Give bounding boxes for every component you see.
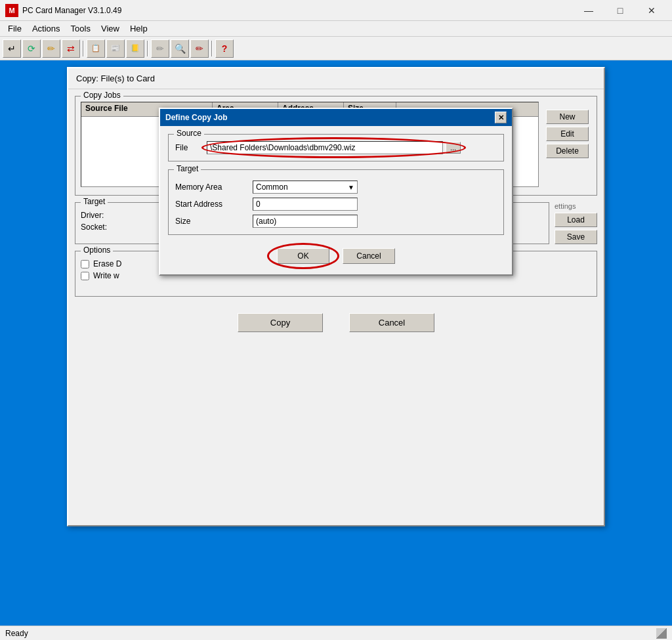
- title-bar: M PC Card Manager V3.1.0.49 — □ ✕: [0, 0, 672, 21]
- menu-help[interactable]: Help: [125, 22, 153, 35]
- define-dialog-title: Define Copy Job: [165, 113, 228, 122]
- file-label: File: [175, 143, 201, 152]
- toolbar-btn-3[interactable]: ⇄: [62, 39, 80, 58]
- toolbar-btn-6[interactable]: 📒: [126, 39, 144, 58]
- define-dialog: Define Copy Job ✕ Source File ...: [159, 108, 513, 276]
- main-window: Copy: File(s) to Card Copy Jobs Source F…: [0, 60, 672, 626]
- menu-file[interactable]: File: [3, 22, 27, 35]
- define-target-group: Target Memory Area Common ▼ Start Addres…: [168, 169, 504, 235]
- maximize-button[interactable]: □: [605, 0, 635, 21]
- dialog-buttons: OK Cancel: [168, 243, 504, 267]
- window-controls: — □ ✕: [574, 0, 667, 21]
- source-group: Source File ...: [168, 134, 504, 161]
- toolbar-btn-4[interactable]: 📋: [87, 39, 105, 58]
- app-icon: M: [5, 4, 18, 17]
- toolbar-btn-0[interactable]: ↵: [3, 39, 21, 58]
- file-row: File ...: [175, 141, 497, 154]
- memory-area-row: Memory Area Common ▼: [175, 181, 497, 194]
- toolbar-btn-help[interactable]: ?: [215, 39, 234, 58]
- ok-button-wrapper: OK: [277, 248, 329, 264]
- toolbar: ↵ ⟳ ✏ ⇄ 📋 📰 📒 ✏ 🔍 ✏ ?: [0, 37, 672, 60]
- toolbar-separator-2: [147, 41, 148, 56]
- menu-tools[interactable]: Tools: [66, 22, 96, 35]
- start-address-row: Start Address: [175, 198, 497, 211]
- toolbar-separator-1: [83, 41, 84, 56]
- toolbar-btn-5[interactable]: 📰: [106, 39, 125, 58]
- resize-handle: [656, 628, 667, 639]
- define-dialog-overlay: Define Copy Job ✕ Source File ...: [68, 68, 604, 525]
- menu-view[interactable]: View: [96, 22, 125, 35]
- file-input-wrapper: ...: [207, 141, 461, 154]
- ok-button[interactable]: OK: [277, 248, 329, 264]
- toolbar-btn-2[interactable]: ✏: [42, 39, 60, 58]
- cancel-dialog-button[interactable]: Cancel: [343, 248, 395, 264]
- browse-button[interactable]: ...: [446, 142, 461, 154]
- dropdown-arrow-icon: ▼: [348, 184, 354, 191]
- memory-area-select[interactable]: Common ▼: [253, 181, 358, 194]
- size-input[interactable]: [253, 215, 358, 228]
- memory-area-label: Memory Area: [175, 182, 247, 192]
- toolbar-btn-9[interactable]: ✏: [190, 39, 209, 58]
- file-input[interactable]: [207, 141, 443, 154]
- toolbar-separator-3: [211, 41, 213, 56]
- toolbar-btn-7[interactable]: ✏: [151, 39, 169, 58]
- toolbar-btn-8[interactable]: 🔍: [171, 39, 189, 58]
- start-address-input[interactable]: [253, 198, 358, 211]
- define-title-bar: Define Copy Job ✕: [160, 109, 512, 126]
- window-close-button[interactable]: ✕: [637, 0, 667, 21]
- size-row: Size: [175, 215, 497, 228]
- menu-actions[interactable]: Actions: [27, 22, 66, 35]
- status-text: Ready: [5, 629, 656, 638]
- define-target-label: Target: [174, 164, 201, 173]
- app-title: PC Card Manager V3.1.0.49: [22, 6, 574, 15]
- minimize-button[interactable]: —: [574, 0, 604, 21]
- start-address-label: Start Address: [175, 200, 247, 209]
- copy-dialog: Copy: File(s) to Card Copy Jobs Source F…: [67, 67, 605, 526]
- size-label: Size: [175, 217, 247, 226]
- status-bar: Ready: [0, 626, 672, 640]
- define-close-button[interactable]: ✕: [495, 112, 507, 123]
- define-body: Source File ... Target: [160, 126, 512, 274]
- source-group-label: Source: [174, 129, 204, 138]
- toolbar-btn-1[interactable]: ⟳: [22, 39, 41, 58]
- menu-bar: File Actions Tools View Help: [0, 21, 672, 37]
- memory-area-value: Common: [256, 182, 288, 192]
